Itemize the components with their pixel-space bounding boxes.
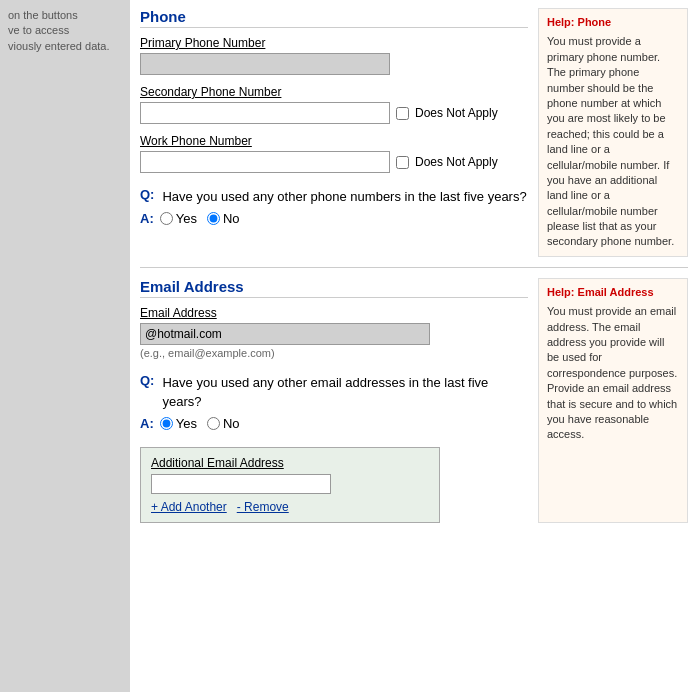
secondary-dna-label: Does Not Apply bbox=[415, 106, 498, 120]
email-no-radio[interactable] bbox=[207, 417, 220, 430]
sidebar-text: on the buttons ve to access viously ente… bbox=[0, 4, 130, 58]
email-form: Email Address Email Address (e.g., email… bbox=[140, 278, 528, 523]
email-hint: (e.g., email@example.com) bbox=[140, 347, 528, 359]
work-dna-checkbox[interactable] bbox=[396, 156, 409, 169]
email-yes-label: Yes bbox=[176, 416, 197, 431]
remove-link[interactable]: - Remove bbox=[237, 500, 289, 514]
email-question-block: Q: Have you used any other email address… bbox=[140, 373, 528, 431]
email-section-row: Email Address Email Address (e.g., email… bbox=[140, 278, 688, 523]
additional-email-title: Additional Email Address bbox=[151, 456, 429, 470]
email-help-title: Help: Email Address bbox=[547, 285, 679, 300]
email-no-label: No bbox=[223, 416, 240, 431]
primary-phone-input[interactable] bbox=[140, 53, 390, 75]
work-phone-group: Work Phone Number Does Not Apply bbox=[140, 134, 528, 173]
email-help: Help: Email Address You must provide an … bbox=[538, 278, 688, 523]
email-field-group: Email Address (e.g., email@example.com) bbox=[140, 306, 528, 359]
add-another-link[interactable]: + Add Another bbox=[151, 500, 227, 514]
phone-no-label: No bbox=[223, 211, 240, 226]
sidebar-text3: viously entered data. bbox=[8, 40, 110, 52]
work-phone-label: Work Phone Number bbox=[140, 134, 528, 148]
work-dna-label: Does Not Apply bbox=[415, 155, 498, 169]
email-input[interactable] bbox=[140, 323, 430, 345]
phone-yes-option: Yes bbox=[160, 211, 197, 226]
phone-help: Help: Phone You must provide a primary p… bbox=[538, 8, 688, 257]
secondary-phone-label: Secondary Phone Number bbox=[140, 85, 528, 99]
phone-form: Phone Primary Phone Number Secondary Pho… bbox=[140, 8, 528, 257]
phone-radio-group: Yes No bbox=[160, 211, 240, 226]
phone-title: Phone bbox=[140, 8, 528, 28]
section-divider bbox=[140, 267, 688, 268]
phone-yes-label: Yes bbox=[176, 211, 197, 226]
phone-a-label: A: bbox=[140, 211, 154, 226]
email-q-label: Q: bbox=[140, 373, 154, 412]
email-a-label: A: bbox=[140, 416, 154, 431]
email-question-text: Have you used any other email addresses … bbox=[162, 373, 528, 412]
phone-help-title: Help: Phone bbox=[547, 15, 679, 30]
phone-section-row: Phone Primary Phone Number Secondary Pho… bbox=[140, 8, 688, 257]
secondary-dna-checkbox[interactable] bbox=[396, 107, 409, 120]
email-no-option: No bbox=[207, 416, 240, 431]
left-sidebar: on the buttons ve to access viously ente… bbox=[0, 0, 130, 692]
additional-email-input[interactable] bbox=[151, 474, 331, 494]
additional-email-links: + Add Another - Remove bbox=[151, 500, 429, 514]
phone-no-option: No bbox=[207, 211, 240, 226]
phone-yes-radio[interactable] bbox=[160, 212, 173, 225]
sidebar-text1: on the buttons bbox=[8, 9, 78, 21]
email-label: Email Address bbox=[140, 306, 528, 320]
email-title: Email Address bbox=[140, 278, 528, 298]
phone-question-block: Q: Have you used any other phone numbers… bbox=[140, 187, 528, 226]
work-phone-input[interactable] bbox=[140, 151, 390, 173]
email-help-text: You must provide an email address. The e… bbox=[547, 304, 679, 443]
primary-phone-group: Primary Phone Number bbox=[140, 36, 528, 75]
email-yes-option: Yes bbox=[160, 416, 197, 431]
email-radio-group: Yes No bbox=[160, 416, 240, 431]
primary-phone-label: Primary Phone Number bbox=[140, 36, 528, 50]
secondary-phone-input[interactable] bbox=[140, 102, 390, 124]
phone-q-label: Q: bbox=[140, 187, 154, 207]
phone-question-text: Have you used any other phone numbers in… bbox=[162, 187, 526, 207]
email-yes-radio[interactable] bbox=[160, 417, 173, 430]
phone-answer-row: A: Yes No bbox=[140, 211, 528, 226]
sidebar-text2: ve to access bbox=[8, 24, 69, 36]
additional-email-box: Additional Email Address + Add Another -… bbox=[140, 447, 440, 523]
email-answer-row: A: Yes No bbox=[140, 416, 528, 431]
page-wrapper: on the buttons ve to access viously ente… bbox=[0, 0, 698, 692]
main-content: Phone Primary Phone Number Secondary Pho… bbox=[130, 0, 698, 692]
phone-no-radio[interactable] bbox=[207, 212, 220, 225]
phone-help-text: You must provide a primary phone number.… bbox=[547, 34, 679, 249]
secondary-phone-group: Secondary Phone Number Does Not Apply bbox=[140, 85, 528, 124]
